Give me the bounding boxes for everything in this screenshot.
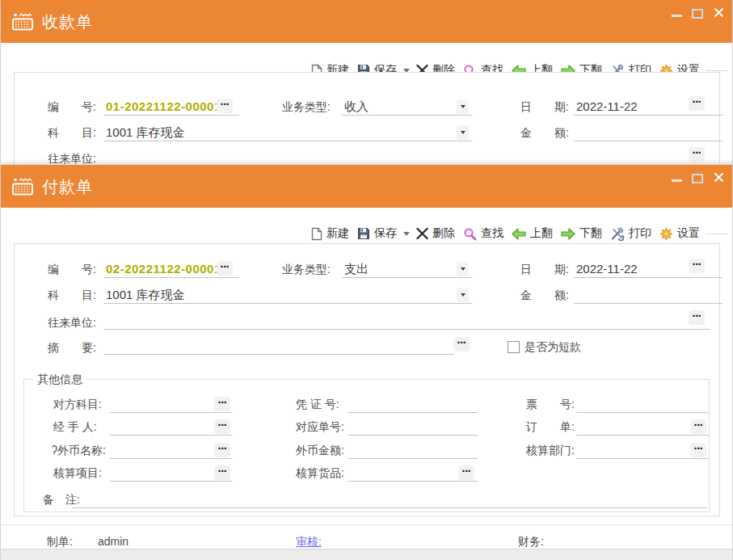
order-label: 订 单: — [526, 420, 575, 435]
payment-biz-type-dropdown-button[interactable] — [457, 262, 469, 276]
goods-label: 核算货品: — [296, 466, 344, 481]
summary-label: 摘 要: — [48, 341, 96, 356]
ticket-no-field[interactable] — [576, 397, 709, 413]
opposite-subject-ellipsis-button[interactable]: ··· — [214, 397, 230, 411]
short-loan-checkbox[interactable] — [508, 341, 520, 353]
receipt-window: 收款单 新建 保存 删除 查找 — [0, 0, 733, 164]
maximize-button[interactable] — [692, 9, 703, 19]
receipt-number-ellipsis-button[interactable]: ··· — [217, 99, 233, 113]
department-ellipsis-button[interactable]: ··· — [690, 443, 706, 457]
opposite-subject-label: 对方科目: — [53, 398, 102, 412]
other-info-legend: 其他信息 — [33, 373, 86, 387]
payment-number-value: 02-20221122-00001 — [106, 262, 221, 276]
delete-button[interactable]: 删除 — [416, 226, 455, 241]
delete-x-icon — [416, 228, 428, 239]
payment-subject-select[interactable]: 1001 库存现金 — [103, 288, 472, 304]
receipt-amount-field[interactable] — [574, 125, 722, 141]
goods-ellipsis-button[interactable]: ··· — [458, 465, 474, 480]
voucher-no-field[interactable] — [348, 397, 478, 413]
payment-window: 付款单 新建 保存 删除 查找 — [0, 164, 733, 560]
currency-amount-label: 外币金额: — [296, 444, 344, 458]
amount-label: 金 额: — [520, 126, 569, 141]
search-icon — [463, 227, 477, 241]
date-label: 日 期: — [520, 263, 569, 277]
currency-name-ellipsis-button[interactable]: ··· — [214, 443, 230, 457]
receipt-date-ellipsis-button[interactable]: ··· — [689, 96, 705, 111]
prev-button[interactable]: 上翻 — [512, 226, 553, 241]
amount-label: 金 额: — [520, 288, 569, 303]
date-label: 日 期: — [520, 100, 569, 115]
payment-titlebar: 付款单 — [1, 165, 732, 208]
gear-icon — [659, 227, 673, 241]
close-button[interactable] — [714, 172, 724, 183]
status-bar — [1, 549, 732, 560]
payment-date-value: 2022-11-22 — [576, 262, 638, 276]
subject-label: 科 目: — [48, 126, 96, 141]
number-label: 编 号: — [48, 263, 96, 277]
new-page-icon — [310, 227, 322, 241]
new-button[interactable]: 新建 — [310, 226, 349, 241]
keyboard-icon — [12, 13, 34, 31]
save-button[interactable]: 保存 — [357, 226, 397, 241]
minimize-button[interactable] — [672, 15, 682, 17]
department-field[interactable] — [576, 443, 709, 459]
close-button[interactable] — [714, 7, 724, 18]
new-button-label: 新建 — [326, 226, 349, 241]
biz-type-label: 业务类型: — [282, 100, 331, 115]
arrow-right-icon — [561, 228, 575, 240]
payment-toolbar: 新建 保存 删除 查找 上翻 下翻 — [305, 221, 706, 246]
partner-label: 往来单位: — [48, 152, 96, 164]
floppy-save-icon — [357, 227, 370, 240]
payment-biz-type-select[interactable]: 支出 — [342, 262, 472, 278]
next-button-label: 下翻 — [579, 226, 602, 241]
handler-label: 经 手 人: — [53, 420, 97, 435]
keyboard-icon — [12, 178, 34, 196]
related-no-field[interactable] — [348, 419, 478, 436]
find-button[interactable]: 查找 — [463, 226, 503, 241]
payment-partner-ellipsis-button[interactable]: ··· — [689, 310, 705, 325]
print-button[interactable]: 打印 — [610, 226, 651, 241]
payment-partner-field[interactable] — [103, 314, 710, 330]
voucher-no-label: 凭 证 号: — [296, 398, 339, 412]
payment-summary-ellipsis-button[interactable]: ··· — [453, 337, 470, 352]
save-split-caret[interactable] — [403, 232, 410, 236]
find-button-label: 查找 — [481, 226, 503, 241]
minimize-button[interactable] — [672, 179, 682, 182]
footer-divider — [1, 524, 732, 525]
tools-icon — [610, 227, 625, 241]
finance-label: 财务: — [518, 535, 544, 549]
receipt-partner-ellipsis-button[interactable]: ··· — [689, 147, 705, 162]
audit-link[interactable]: 审核: — [296, 535, 322, 549]
receipt-biz-type-dropdown-button[interactable] — [457, 99, 469, 114]
receipt-subject-select[interactable]: 1001 库存现金 — [103, 125, 472, 141]
receipt-titlebar: 收款单 — [1, 0, 732, 43]
payment-biz-type-value: 支出 — [344, 262, 369, 276]
order-ellipsis-button[interactable]: ··· — [690, 419, 706, 434]
project-ellipsis-button[interactable]: ··· — [214, 465, 230, 480]
print-button-label: 打印 — [629, 226, 651, 241]
app-root: 收款单 新建 保存 删除 查找 — [0, 0, 733, 560]
receipt-biz-type-select[interactable]: 收入 — [342, 99, 472, 116]
payment-date-ellipsis-button[interactable]: ··· — [689, 259, 705, 273]
handler-ellipsis-button[interactable]: ··· — [214, 419, 230, 434]
related-no-label: 对应单号: — [296, 420, 344, 435]
maker-value: admin — [98, 535, 128, 548]
maximize-button[interactable] — [692, 174, 703, 183]
payment-summary-field[interactable] — [103, 339, 454, 355]
prev-button-label: 上翻 — [530, 226, 553, 241]
short-loan-label: 是否为短款 — [524, 340, 581, 355]
next-button[interactable]: 下翻 — [561, 226, 602, 241]
payment-number-ellipsis-button[interactable]: ··· — [217, 261, 233, 276]
receipt-subject-dropdown-button[interactable] — [457, 125, 469, 140]
window-title: 付款单 — [42, 176, 93, 198]
order-field[interactable] — [576, 419, 709, 436]
payment-subject-dropdown-button[interactable] — [457, 288, 469, 302]
settings-button[interactable]: 设置 — [659, 226, 700, 241]
arrow-left-icon — [512, 228, 526, 240]
receipt-partner-field[interactable] — [103, 150, 710, 164]
settings-button-label: 设置 — [677, 226, 700, 241]
currency-amount-field[interactable] — [348, 443, 478, 459]
remark-field[interactable] — [72, 492, 707, 508]
payment-amount-field[interactable] — [574, 288, 722, 304]
payment-subject-value: 1001 库存现金 — [106, 288, 185, 301]
